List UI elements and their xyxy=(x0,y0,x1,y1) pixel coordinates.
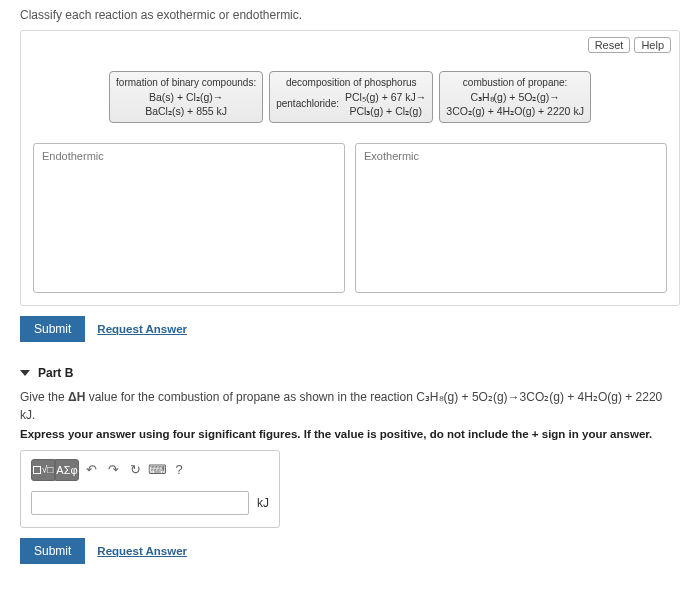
text: value for the combustion of propane as s… xyxy=(85,390,416,404)
templates-button[interactable]: √□ xyxy=(31,459,55,481)
card-line: BaCl₂(s) + 855 kJ xyxy=(116,104,256,118)
answer-toolbar: √□ ΑΣφ ↶ ↷ ↻ ⌨ ? xyxy=(31,459,269,481)
card-title: decomposition of phosphorus xyxy=(276,76,426,90)
collapse-caret-icon[interactable] xyxy=(20,370,30,376)
card-line: 3CO₂(g) + 4H₂O(g) + 2220 kJ xyxy=(446,104,584,118)
submit-button-b[interactable]: Submit xyxy=(20,538,85,564)
card-combustion-propane[interactable]: combustion of propane: C₃H₈(g) + 5O₂(g)→… xyxy=(439,71,591,123)
answer-help-button[interactable]: ? xyxy=(169,459,189,481)
bin-exothermic[interactable]: Exothermic xyxy=(355,143,667,293)
symbols-button[interactable]: ΑΣφ xyxy=(55,459,79,481)
text: . xyxy=(32,408,35,422)
card-title: combustion of propane: xyxy=(446,76,584,90)
undo-button[interactable]: ↶ xyxy=(81,459,101,481)
parta-prompt: Classify each reaction as exothermic or … xyxy=(20,8,680,22)
parta-panel: Reset Help formation of binary compounds… xyxy=(20,30,680,306)
card-line: PCl₃(g) + Cl₂(g) xyxy=(345,104,426,118)
partb-header: Part B xyxy=(38,366,73,380)
unit-label: kJ xyxy=(257,496,269,510)
card-formation-binary[interactable]: formation of binary compounds: Ba(s) + C… xyxy=(109,71,263,123)
request-answer-link[interactable]: Request Answer xyxy=(97,323,187,335)
answer-box: √□ ΑΣφ ↶ ↷ ↻ ⌨ ? kJ xyxy=(20,450,280,528)
card-decomp-phosphorus[interactable]: decomposition of phosphorus pentachlorid… xyxy=(269,71,433,123)
drop-bins: Endothermic Exothermic xyxy=(33,143,667,293)
partb-instructions: Express your answer using four significa… xyxy=(20,428,680,440)
help-button[interactable]: Help xyxy=(634,37,671,53)
square-icon xyxy=(33,466,41,474)
card-subtitle: pentachloride: xyxy=(276,97,339,111)
draggable-items-row: formation of binary compounds: Ba(s) + C… xyxy=(33,71,667,123)
card-line: PCl₅(g) + 67 kJ→ xyxy=(345,90,426,104)
redo-button[interactable]: ↷ xyxy=(103,459,123,481)
card-line: Ba(s) + Cl₂(g)→ xyxy=(116,90,256,104)
keyboard-button[interactable]: ⌨ xyxy=(147,459,167,481)
answer-input[interactable] xyxy=(31,491,249,515)
card-line: C₃H₈(g) + 5O₂(g)→ xyxy=(446,90,584,104)
partb-question-text: Give the ΔH value for the combustion of … xyxy=(20,388,680,424)
root-icon: √□ xyxy=(42,464,54,475)
reset-button[interactable]: Reset xyxy=(588,37,631,53)
delta-h-symbol: ΔH xyxy=(68,390,85,404)
reset-answer-button[interactable]: ↻ xyxy=(125,459,145,481)
bin-endothermic[interactable]: Endothermic xyxy=(33,143,345,293)
text: Give the xyxy=(20,390,68,404)
card-title: formation of binary compounds: xyxy=(116,76,256,90)
request-answer-link-b[interactable]: Request Answer xyxy=(97,545,187,557)
submit-button[interactable]: Submit xyxy=(20,316,85,342)
